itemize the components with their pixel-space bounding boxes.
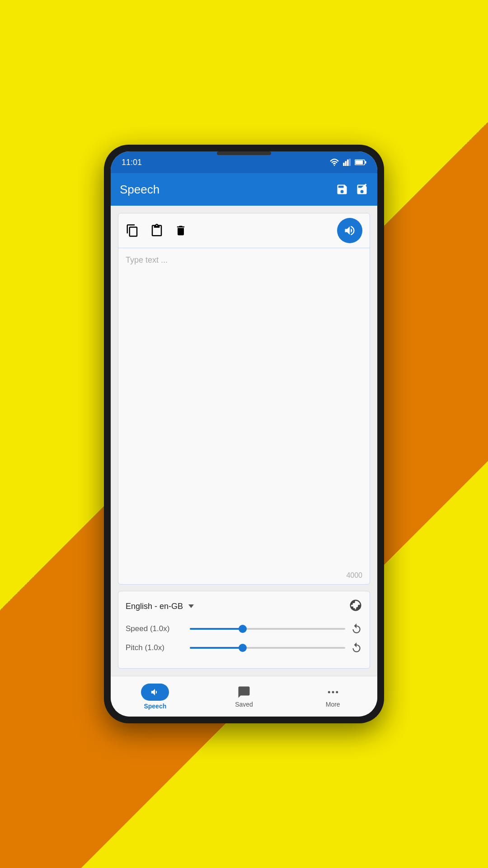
language-dropdown[interactable]: English - en-GB — [126, 602, 194, 611]
main-content: Type text ... 4000 English - en-GB — [111, 206, 377, 676]
app-bar-actions — [336, 183, 368, 196]
reset-speed-icon — [351, 623, 362, 635]
speed-reset-button[interactable] — [351, 623, 362, 635]
volume-icon — [343, 224, 356, 237]
pitch-label: Pitch (1.0x) — [126, 643, 184, 652]
save-icon — [336, 183, 348, 196]
nav-item-speech[interactable]: Speech — [111, 684, 200, 710]
svg-rect-2 — [345, 161, 347, 166]
globe-icon — [349, 599, 362, 612]
nav-speech-label: Speech — [144, 703, 166, 710]
battery-icon — [355, 159, 366, 166]
svg-point-10 — [336, 691, 338, 693]
copy-button[interactable] — [126, 224, 139, 237]
phone-notch — [217, 151, 271, 155]
svg-point-0 — [334, 165, 335, 166]
speed-slider-thumb — [239, 625, 247, 633]
text-card: Type text ... 4000 — [118, 213, 370, 585]
speed-slider-fill — [190, 628, 243, 630]
bottom-nav: Speech Saved — [111, 676, 377, 717]
nav-item-more[interactable]: More — [288, 685, 377, 708]
signal-icon — [343, 159, 351, 166]
language-label: English - en-GB — [126, 602, 183, 611]
language-row: English - en-GB — [126, 599, 362, 614]
speed-slider[interactable] — [190, 628, 345, 630]
nav-more-icon-wrapper — [326, 685, 340, 699]
save-as-button[interactable] — [356, 183, 368, 196]
chevron-down-icon — [188, 604, 194, 608]
pitch-slider-thumb — [239, 644, 247, 652]
nav-item-saved[interactable]: Saved — [200, 685, 289, 708]
app-title: Speech — [120, 183, 160, 197]
text-area[interactable]: Type text ... 4000 — [118, 248, 370, 584]
wifi-icon — [329, 159, 339, 166]
nav-speech-icon-wrapper — [141, 684, 169, 701]
svg-rect-6 — [355, 160, 363, 164]
svg-rect-3 — [347, 160, 349, 166]
settings-card: English - en-GB Speed (1.0x) — [118, 591, 370, 669]
pitch-slider[interactable] — [190, 647, 345, 649]
phone-device: 11:01 — [104, 145, 384, 723]
text-card-toolbar — [118, 213, 370, 248]
speed-label: Speed (1.0x) — [126, 624, 184, 633]
save-as-icon — [356, 183, 368, 196]
pitch-reset-button[interactable] — [351, 642, 362, 654]
delete-button[interactable] — [174, 224, 187, 237]
svg-rect-1 — [343, 163, 345, 166]
speed-slider-row: Speed (1.0x) — [126, 623, 362, 635]
nav-saved-icon-wrapper — [237, 685, 251, 699]
app-bar: Speech — [111, 173, 377, 206]
pitch-slider-row: Pitch (1.0x) — [126, 642, 362, 654]
text-placeholder: Type text ... — [126, 255, 168, 265]
speak-fab-button[interactable] — [337, 218, 362, 243]
nav-saved-label: Saved — [235, 701, 253, 708]
char-count: 4000 — [346, 571, 362, 580]
status-time: 11:01 — [122, 158, 142, 167]
nav-more-icon — [326, 685, 340, 699]
copy-icon — [126, 224, 139, 237]
nav-speech-btn — [141, 684, 169, 701]
phone-screen: 11:01 — [111, 151, 377, 717]
svg-point-8 — [328, 691, 330, 693]
svg-point-9 — [332, 691, 334, 693]
paste-icon — [150, 224, 164, 237]
trash-icon — [174, 224, 187, 237]
globe-button[interactable] — [349, 599, 362, 614]
pitch-slider-fill — [190, 647, 243, 649]
paste-button[interactable] — [150, 224, 164, 237]
reset-pitch-icon — [351, 642, 362, 654]
svg-rect-7 — [365, 161, 366, 164]
svg-rect-4 — [349, 159, 351, 166]
nav-saved-icon — [237, 685, 251, 699]
nav-volume-icon — [150, 687, 160, 697]
nav-more-label: More — [326, 701, 340, 708]
save-button[interactable] — [336, 183, 348, 196]
status-icons — [329, 159, 366, 166]
